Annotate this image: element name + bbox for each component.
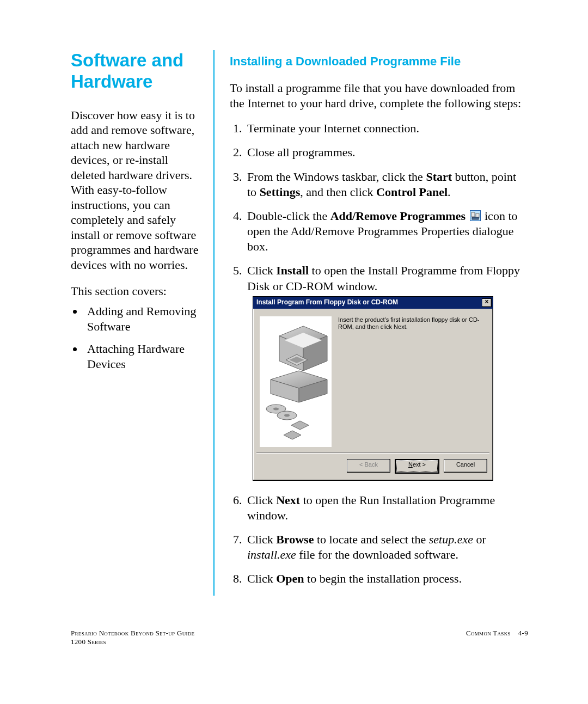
step-3: From the Windows taskbar, click the Star…: [245, 169, 528, 200]
dialog-title: Install Program From Floppy Disk or CD-R…: [256, 298, 482, 307]
svg-point-17: [284, 414, 290, 417]
wizard-illustration: [260, 316, 332, 447]
close-button[interactable]: ×: [482, 298, 492, 307]
install-wizard-dialog: Install Program From Floppy Disk or CD-R…: [253, 296, 493, 481]
section-title: Software and Hardware: [71, 50, 201, 93]
footer-page-number: 4-9: [518, 629, 528, 637]
intro-paragraph: To install a programme file that you hav…: [230, 81, 528, 111]
dialog-body-text: Insert the product's first installation …: [338, 316, 486, 447]
steps-list: Terminate your Internet connection. Clos…: [230, 121, 528, 586]
sidebar-covers-label: This section covers:: [71, 284, 201, 298]
step-4: Double-click the Add/Remove Programmes i…: [245, 209, 528, 254]
step-6: Click Next to open the Run Installation …: [245, 493, 528, 523]
step-2: Close all programmes.: [245, 145, 528, 160]
svg-rect-1: [471, 212, 475, 217]
page-footer: Presario Notebook Beyond Set-up Guide 12…: [71, 629, 528, 646]
list-item: Attaching Hardware Devices: [84, 341, 201, 371]
list-item: Adding and Removing Software: [84, 304, 201, 334]
svg-point-15: [273, 407, 279, 410]
footer-section-name: Common Tasks: [466, 629, 511, 637]
dialog-titlebar: Install Program From Floppy Disk or CD-R…: [253, 297, 493, 309]
svg-rect-3: [472, 217, 479, 219]
footer-guide-name: Presario Notebook Beyond Set-up Guide: [71, 629, 194, 638]
back-button: < Back: [347, 459, 390, 473]
step-5: Click Install to open the Install Progra…: [245, 263, 528, 480]
step-8: Click Open to begin the installation pro…: [245, 571, 528, 586]
sidebar-intro: Discover how easy it is to add and remov…: [71, 108, 201, 273]
cancel-button[interactable]: Cancel: [444, 459, 487, 473]
step-7: Click Browse to locate and select the se…: [245, 532, 528, 562]
sidebar-covers-list: Adding and Removing Software Attaching H…: [71, 304, 201, 371]
add-remove-programmes-icon: [470, 210, 481, 221]
next-button[interactable]: Next >: [395, 459, 439, 474]
subsection-heading: Installing a Downloaded Programme File: [230, 54, 528, 69]
footer-series: 1200 Series: [71, 638, 194, 646]
step-1: Terminate your Internet connection.: [245, 121, 528, 136]
